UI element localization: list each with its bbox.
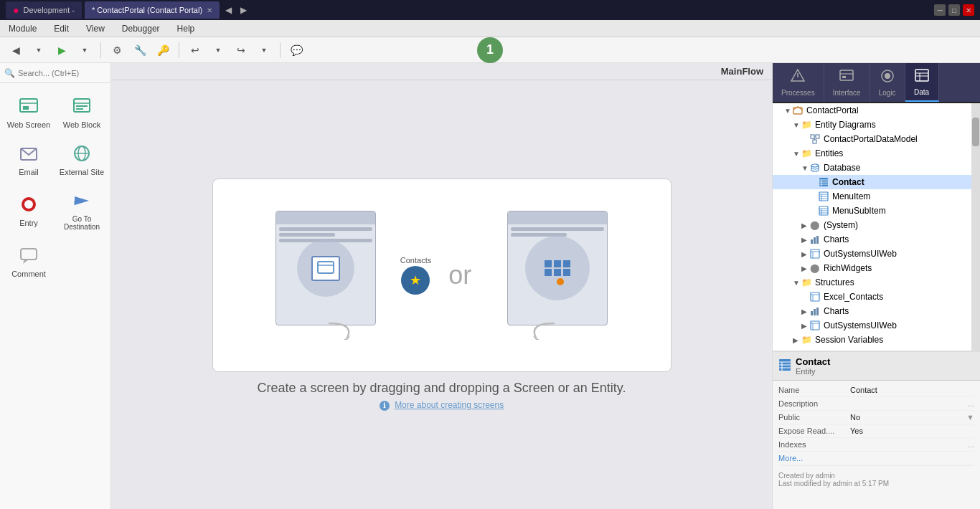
menu-bar: Module Edit View Debugger Help: [0, 20, 980, 37]
tree-charts-entities[interactable]: ▶ Charts: [773, 232, 980, 247]
menu-debugger[interactable]: Debugger: [119, 22, 163, 35]
menu-edit[interactable]: Edit: [51, 22, 72, 35]
tab-close-icon[interactable]: ✕: [207, 6, 212, 14]
dropdown-arrow[interactable]: ▼: [29, 40, 49, 60]
tree-toggle-root[interactable]: ▼: [784, 107, 793, 115]
tree-excel-contacts[interactable]: Excel_Contacts: [773, 290, 980, 304]
tree-entities[interactable]: ▼ 📁 Entities: [773, 146, 980, 161]
system-icon: ⬤: [810, 219, 821, 231]
tree-scrollbar[interactable]: [971, 103, 980, 351]
tools-search-input[interactable]: [18, 69, 117, 77]
restore-button[interactable]: □: [948, 4, 960, 16]
tree-session-variables[interactable]: ▶ 📁 Session Variables: [773, 333, 980, 347]
data-icon: [914, 67, 930, 87]
canvas-area: MainFlow: [111, 63, 772, 509]
tree-database-label: Database: [824, 163, 977, 173]
settings-button[interactable]: ⚙: [107, 40, 127, 60]
tt-sp[interactable]: ▶: [793, 351, 801, 352]
prop-name-value[interactable]: Contact: [850, 386, 974, 394]
redo-dropdown[interactable]: ▼: [254, 40, 274, 60]
minimize-button[interactable]: ─: [934, 4, 946, 16]
tree-system[interactable]: ▶ ⬤ (System): [773, 218, 980, 232]
tab-logic[interactable]: Logic: [870, 63, 905, 102]
run-button[interactable]: ▶: [52, 40, 72, 60]
prop-description-dots[interactable]: ...: [968, 399, 974, 408]
tt-rw[interactable]: ▶: [801, 265, 810, 272]
tab-processes[interactable]: Processes: [773, 63, 824, 102]
tools-panel: 🔍 « Web Screen Web Block Email: [0, 63, 111, 509]
main-layout: 🔍 « Web Screen Web Block Email: [0, 63, 980, 509]
menu-help[interactable]: Help: [174, 22, 198, 35]
toolbar: ◀ ▼ ▶ ▼ ⚙ 🔧 🔑 ↩ ▼ ↪ ▼ 💬 1: [0, 37, 980, 63]
tab-nav-next[interactable]: ▶: [237, 4, 250, 16]
menu-view[interactable]: View: [83, 22, 108, 35]
tt-structures[interactable]: ▼: [793, 279, 801, 287]
tree-menusubitem[interactable]: MenuSubItem: [773, 204, 980, 218]
tt-charts-e[interactable]: ▶: [801, 236, 810, 244]
undo-dropdown[interactable]: ▼: [208, 40, 228, 60]
canvas-left: [261, 196, 397, 354]
contacts-badge: Contacts ★: [400, 256, 431, 295]
extend-button[interactable]: 🔑: [153, 40, 173, 60]
tree-structures[interactable]: ▼ 📁 Structures: [773, 275, 980, 290]
tt-osweb-e[interactable]: ▶: [801, 250, 810, 258]
canvas-visual: Contacts ★ or: [212, 179, 672, 372]
tt-ed[interactable]: ▼: [793, 121, 801, 129]
tool-comment[interactable]: Comment: [3, 238, 55, 284]
tab-interface[interactable]: Interface: [824, 63, 870, 102]
tt-charts-s[interactable]: ▶: [801, 308, 810, 315]
folder-entities-icon: 📁: [801, 148, 813, 159]
tool-email[interactable]: Email: [3, 136, 55, 182]
tree-root[interactable]: ▼ ContactPortal: [773, 103, 980, 118]
comment-button[interactable]: 💬: [286, 40, 306, 60]
tool-entry[interactable]: Entry: [3, 184, 55, 237]
folder-session-variables-icon: 📁: [801, 334, 813, 346]
undo-button[interactable]: ↩: [185, 40, 205, 60]
tree-entity-diagrams-label: Entity Diagrams: [815, 120, 977, 130]
tree-session-variables-label: Session Variables: [815, 335, 977, 345]
tree-contact[interactable]: Contact: [773, 175, 980, 189]
run-dropdown[interactable]: ▼: [75, 40, 95, 60]
tree-root-label: ContactPortal: [806, 105, 977, 115]
tree-site-properties[interactable]: ▶ 📁 Site Properties: [773, 347, 980, 351]
close-button[interactable]: ✕: [963, 4, 974, 16]
more-link[interactable]: More about creating screens: [395, 400, 504, 410]
tool-web-screen[interactable]: Web Screen: [3, 89, 55, 135]
tab-data[interactable]: Data: [905, 63, 939, 102]
tree-cpdm-label: ContactPortalDataModel: [824, 134, 977, 144]
tt-entities[interactable]: ▼: [793, 150, 801, 158]
tt-db[interactable]: ▼: [801, 164, 810, 172]
tree-database[interactable]: ▼ Database: [773, 161, 980, 175]
tree-entity-diagrams[interactable]: ▼ 📁 Entity Diagrams: [773, 118, 980, 132]
prop-public-dropdown[interactable]: ▼: [966, 413, 974, 422]
menu-module[interactable]: Module: [6, 22, 39, 35]
tool-go-to-destination[interactable]: Go To Destination: [56, 184, 108, 237]
prop-expose-value[interactable]: Yes: [850, 427, 974, 435]
tree-contact-portal-dm[interactable]: ContactPortalDataModel: [773, 132, 980, 146]
tab-outsystems[interactable]: ● Development -: [6, 1, 82, 19]
tt-osweb-s[interactable]: ▶: [801, 322, 810, 330]
tree-richwidgets-label: RichWidgets: [824, 263, 977, 273]
tt-sys[interactable]: ▶: [801, 222, 810, 229]
tree-outsystemsuiweb-structures[interactable]: ▶ OutSystemsUIWeb: [773, 318, 980, 333]
tool-web-block[interactable]: Web Block: [56, 89, 108, 135]
tab-nav-prev[interactable]: ◀: [222, 4, 235, 16]
back-button[interactable]: ◀: [6, 40, 26, 60]
tree-richwidgets[interactable]: ▶ ⬤ RichWidgets: [773, 261, 980, 275]
build-button[interactable]: 🔧: [130, 40, 150, 60]
tool-external-site[interactable]: External Site: [56, 136, 108, 182]
tree-outsystemsuiweb-structures-label: OutSystemsUIWeb: [824, 320, 977, 330]
prop-public-value[interactable]: No: [850, 413, 963, 422]
comment-icon: [17, 244, 40, 267]
grid-cell-4: [545, 269, 552, 276]
tree-charts-structures[interactable]: ▶ Charts: [773, 304, 980, 318]
svg-rect-56: [816, 236, 819, 244]
tree-outsystemsuiweb-entities[interactable]: ▶ OutSystemsUIWeb: [773, 247, 980, 261]
redo-button[interactable]: ↪: [231, 40, 251, 60]
tree-menuitem[interactable]: MenuItem: [773, 189, 980, 204]
tab-contact-portal[interactable]: * ContactPortal (Contact Portal) ✕: [85, 1, 220, 19]
prop-more-label[interactable]: More...: [778, 454, 850, 462]
tt-sv[interactable]: ▶: [793, 336, 801, 344]
prop-indexes-dots[interactable]: ...: [968, 440, 974, 449]
main-flow-label: MainFlow: [721, 66, 763, 77]
